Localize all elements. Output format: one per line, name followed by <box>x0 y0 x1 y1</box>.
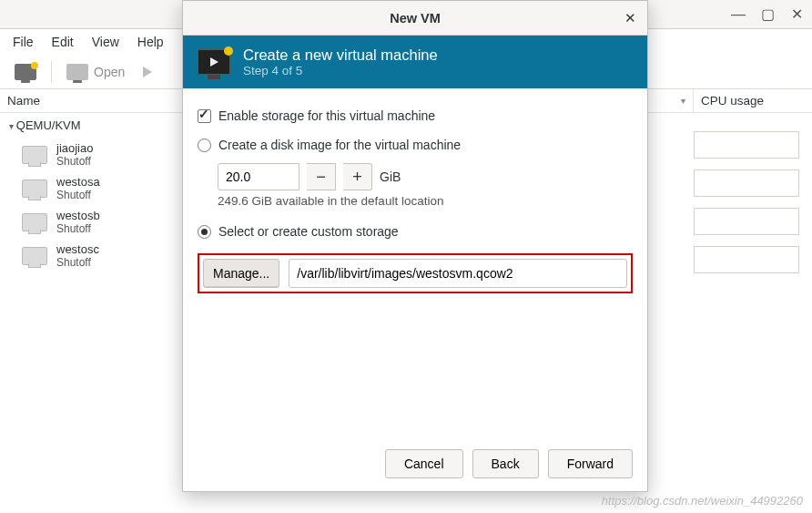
disk-size-input[interactable] <box>218 163 299 190</box>
manage-button[interactable]: Manage... <box>203 259 279 288</box>
vm-name: westosc <box>56 242 99 256</box>
custom-storage-row[interactable]: Select or create custom storage <box>198 221 633 242</box>
back-button[interactable]: Back <box>472 449 539 478</box>
storage-path-input[interactable] <box>289 259 627 288</box>
vm-icon <box>22 213 47 231</box>
new-vm-button[interactable] <box>7 60 44 84</box>
new-vm-icon <box>15 64 36 80</box>
size-unit-label: GiB <box>380 169 401 184</box>
dialog-title: New VM <box>208 11 622 26</box>
vm-state: Shutoff <box>56 256 99 269</box>
vm-wizard-icon <box>198 49 230 75</box>
cpu-graph <box>694 208 799 235</box>
watermark: https://blog.csdn.net/weixin_44992260 <box>602 494 803 508</box>
vm-state: Shutoff <box>56 189 100 201</box>
disk-size-row: − + GiB <box>218 163 633 190</box>
vm-icon <box>22 247 47 265</box>
vm-name: westosb <box>56 209 100 222</box>
dialog-step-label: Step 4 of 5 <box>243 64 438 77</box>
dialog-body: Enable storage for this virtual machine … <box>183 88 647 436</box>
close-icon[interactable]: ✕ <box>622 10 638 26</box>
highlighted-region: Manage... <box>198 253 633 293</box>
menu-edit[interactable]: Edit <box>43 31 83 53</box>
vm-icon <box>22 146 47 164</box>
cancel-button[interactable]: Cancel <box>385 449 463 478</box>
cpu-graph <box>694 169 799 197</box>
cpu-graph <box>694 246 799 273</box>
custom-storage-radio[interactable] <box>198 225 211 239</box>
open-label: Open <box>94 65 125 79</box>
minimize-icon[interactable]: — <box>732 8 745 21</box>
vm-name: westosa <box>56 175 100 189</box>
menu-help[interactable]: Help <box>128 31 173 53</box>
create-disk-radio[interactable] <box>198 139 211 152</box>
custom-storage-label: Select or create custom storage <box>218 224 399 239</box>
vm-name: jiaojiao <box>56 141 93 155</box>
run-button[interactable] <box>136 63 159 81</box>
dialog-footer: Cancel Back Forward <box>183 436 647 491</box>
vm-state: Shutoff <box>56 222 100 235</box>
enable-storage-row[interactable]: Enable storage for this virtual machine <box>198 105 633 127</box>
close-icon[interactable]: ✕ <box>790 8 803 21</box>
cpu-graph <box>694 131 799 159</box>
enable-storage-label: Enable storage for this virtual machine <box>218 108 435 123</box>
col-cpu[interactable]: CPU usage <box>694 89 812 112</box>
dialog-titlebar: New VM ✕ <box>183 1 647 36</box>
divider <box>51 61 52 83</box>
enable-storage-checkbox[interactable] <box>198 109 211 123</box>
dialog-header: Create a new virtual machine Step 4 of 5 <box>183 36 647 88</box>
create-disk-row[interactable]: Create a disk image for the virtual mach… <box>198 134 633 156</box>
cpu-usage-column <box>694 113 812 513</box>
menu-file[interactable]: File <box>4 31 43 53</box>
menu-view[interactable]: View <box>83 31 128 53</box>
play-icon <box>143 67 152 77</box>
vm-state: Shutoff <box>56 155 93 168</box>
sort-descending-icon: ▾ <box>681 96 685 106</box>
open-console-button[interactable]: Open <box>59 60 132 84</box>
create-disk-label: Create a disk image for the virtual mach… <box>218 138 461 152</box>
col-name-label: Name <box>7 94 40 108</box>
new-vm-dialog: New VM ✕ Create a new virtual machine St… <box>182 0 648 492</box>
increment-button[interactable]: + <box>343 163 372 190</box>
console-icon <box>66 64 88 80</box>
dialog-header-title: Create a new virtual machine <box>243 46 438 64</box>
forward-button[interactable]: Forward <box>548 449 633 478</box>
vm-icon <box>22 180 47 198</box>
maximize-icon[interactable]: ▢ <box>761 8 774 21</box>
available-space-label: 249.6 GiB available in the default locat… <box>218 194 633 208</box>
decrement-button[interactable]: − <box>307 163 336 190</box>
